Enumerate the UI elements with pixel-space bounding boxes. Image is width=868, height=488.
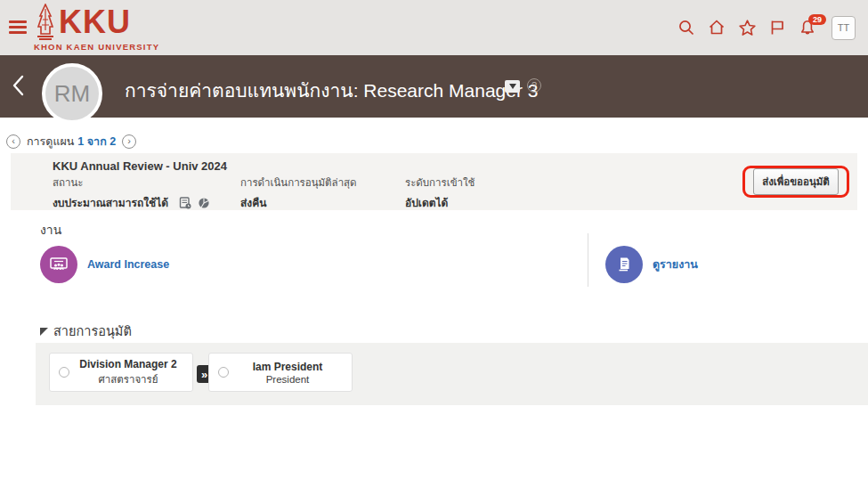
tasks-heading: งาน: [40, 220, 61, 240]
previous-plan-icon[interactable]: ‹: [6, 134, 20, 149]
worksheet-icon[interactable]: [179, 197, 191, 209]
logo-subtext: KHON KAEN UNIVERSITY: [34, 42, 159, 52]
award-increase-link[interactable]: Award Increase: [87, 258, 169, 271]
submit-for-approval-button[interactable]: ส่งเพื่อขออนุมัติ: [753, 168, 839, 195]
plan-nav-label: การดูแผน: [27, 133, 74, 150]
approver-card[interactable]: Iam President President: [208, 353, 353, 392]
hamburger-menu-icon[interactable]: [9, 20, 27, 35]
plan-pagination: ‹ การดูแผน 1 จาก 2 ›: [6, 133, 136, 150]
user-avatar[interactable]: TT: [831, 16, 856, 40]
approver-role: President: [236, 374, 339, 385]
status-value: งบประมาณสามารถใช้ได้: [53, 194, 168, 211]
kku-tower-icon: [34, 4, 57, 41]
view-report-link[interactable]: ดูรายงาน: [653, 256, 698, 273]
last-approval-action-value: ส่งคืน: [240, 194, 266, 211]
approval-chain-panel: Division Manager 2 ศาสตราจารย์ » Iam Pre…: [36, 343, 868, 405]
access-level-value: อัปเดตได้: [405, 194, 448, 211]
access-level-field: ระดับการเข้าใช้ อัปเดตได้: [405, 175, 475, 211]
approver-role: ศาสตราจารย์: [77, 371, 180, 387]
review-summary-panel: KKU Annual Review - Univ 2024 สถานะ งบปร…: [11, 153, 857, 210]
approver-name: Iam President: [236, 361, 339, 373]
tasks-divider: [588, 233, 588, 287]
page: KKU KHON KAEN UNIVERSITY 29 TT: [0, 0, 868, 488]
task-view-report[interactable]: ดูรายงาน: [605, 246, 698, 283]
approver-radio[interactable]: [59, 367, 69, 378]
search-icon[interactable]: [673, 14, 700, 41]
help-icon[interactable]: ?: [527, 78, 541, 93]
last-approval-action-field: การดำเนินการอนุมัติล่าสุด ส่งคืน: [240, 175, 357, 211]
home-icon[interactable]: [703, 14, 730, 41]
collapse-triangle-icon: [40, 328, 48, 336]
access-level-label: ระดับการเข้าใช้: [405, 175, 475, 191]
plan-position: 1 จาก 2: [77, 133, 116, 150]
approval-chain-title: สายการอนุมัติ: [53, 321, 132, 341]
task-award-increase[interactable]: Award Increase: [40, 246, 169, 283]
notifications-bell-icon[interactable]: 29: [794, 14, 821, 41]
page-title: การจ่ายค่าตอบแทนพนักงาน: Research Manage…: [125, 76, 538, 105]
last-approval-action-label: การดำเนินการอนุมัติล่าสุด: [240, 175, 357, 191]
report-icon: [605, 246, 643, 283]
approver-card[interactable]: Division Manager 2 ศาสตราจารย์: [49, 353, 193, 392]
employee-avatar: RM: [42, 63, 102, 124]
kku-logo: KKU KHON KAEN UNIVERSITY: [34, 4, 159, 52]
title-dropdown-icon[interactable]: [505, 80, 520, 93]
approval-chain-header[interactable]: สายการอนุมัติ: [40, 321, 132, 341]
flag-watchlist-icon[interactable]: [764, 14, 791, 41]
review-plan-title: KKU Annual Review - Univ 2024: [53, 159, 227, 173]
favorites-star-icon[interactable]: [734, 14, 760, 41]
logo-text: KKU: [59, 4, 131, 41]
next-plan-icon[interactable]: ›: [122, 134, 136, 149]
award-increase-icon: [40, 246, 77, 283]
status-label: สถานะ: [53, 175, 210, 191]
back-icon[interactable]: [9, 73, 32, 100]
click-target-highlight: ส่งเพื่อขออนุมัติ: [742, 166, 849, 198]
top-bar: KKU KHON KAEN UNIVERSITY 29 TT: [0, 0, 868, 55]
approver-name: Division Manager 2: [77, 358, 180, 370]
notification-count-badge: 29: [808, 14, 826, 25]
status-field: สถานะ งบประมาณสามารถใช้ได้: [53, 175, 210, 211]
approver-radio[interactable]: [218, 367, 229, 378]
pie-chart-icon[interactable]: [198, 197, 210, 209]
